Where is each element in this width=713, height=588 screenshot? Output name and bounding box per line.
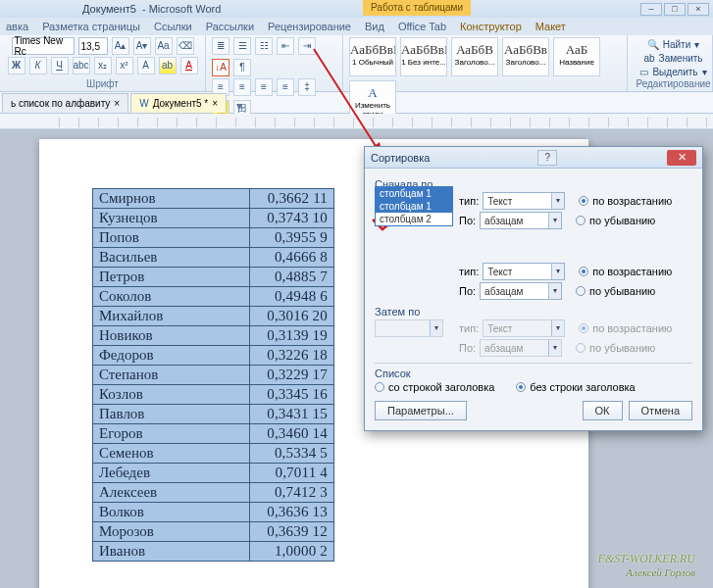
table-cell[interactable]: Смирнов: [93, 189, 250, 209]
strike[interactable]: abc: [73, 57, 90, 74]
grow-font[interactable]: A▴: [112, 37, 129, 55]
show-marks[interactable]: ¶: [233, 59, 251, 76]
font-name-select[interactable]: Times New Rc: [12, 37, 75, 55]
ribbon-tab[interactable]: Office Tab: [398, 21, 446, 32]
table-cell[interactable]: 0,7412 3: [250, 483, 334, 503]
table-cell[interactable]: Лебедев: [93, 464, 250, 483]
style-item[interactable]: АаБбВЗаголово...: [451, 37, 498, 76]
type-select-1[interactable]: Текст▾: [483, 192, 565, 210]
table-cell[interactable]: Семенов: [93, 444, 250, 464]
replace-button[interactable]: abЗаменить: [643, 51, 702, 65]
close-tab-icon[interactable]: ×: [212, 94, 218, 114]
find-button[interactable]: 🔍Найти ▾: [647, 37, 700, 51]
table-cell[interactable]: 0,4885 7: [250, 268, 334, 287]
font-size-select[interactable]: 13,5: [78, 37, 108, 55]
ribbon-tab[interactable]: Рассылки: [206, 21, 254, 32]
with-header-radio[interactable]: [375, 382, 384, 392]
close-tab-icon[interactable]: ×: [114, 94, 120, 114]
min-button[interactable]: –: [640, 3, 662, 16]
ribbon-tab[interactable]: Вид: [365, 21, 384, 32]
ribbon-tab[interactable]: Ссылки: [154, 21, 192, 32]
font-color[interactable]: A: [180, 57, 198, 74]
table-cell[interactable]: 0,3639 12: [250, 522, 334, 542]
dialog-close[interactable]: ✕: [667, 150, 696, 166]
type-select-2[interactable]: Текст▾: [483, 263, 565, 280]
table-cell[interactable]: Волков: [93, 503, 250, 522]
text-effects[interactable]: A: [137, 57, 155, 74]
ribbon-tab[interactable]: Рецензирование: [268, 21, 351, 32]
select-button[interactable]: ▭Выделить ▾: [639, 65, 706, 78]
table-cell[interactable]: Новиков: [93, 326, 250, 346]
table-cell[interactable]: Егоров: [93, 424, 250, 444]
highlight[interactable]: ab: [159, 57, 177, 74]
table-cell[interactable]: Морозов: [93, 522, 250, 542]
no-header-radio[interactable]: [516, 382, 526, 392]
max-button[interactable]: □: [664, 3, 686, 16]
table-cell[interactable]: 0,3226 18: [250, 346, 334, 366]
doc-tab-1[interactable]: ь список по алфавиту×: [2, 93, 128, 113]
table-cell[interactable]: Степанов: [93, 366, 250, 385]
subscript[interactable]: x₂: [94, 57, 112, 74]
multilevel[interactable]: ☷: [255, 37, 273, 55]
table-cell[interactable]: Михайлов: [93, 307, 250, 326]
table-row[interactable]: Лебедев0,7011 4: [93, 464, 334, 483]
table-cell[interactable]: 1,0000 2: [250, 542, 334, 562]
table-row[interactable]: Попов0,3955 9: [93, 228, 334, 248]
ribbon-tab[interactable]: авка: [6, 21, 28, 32]
table-cell[interactable]: 0,3662 11: [250, 189, 334, 209]
table-cell[interactable]: Павлов: [93, 405, 250, 424]
indent-inc[interactable]: ⇥: [298, 37, 316, 55]
table-cell[interactable]: Козлов: [93, 385, 250, 405]
close-button[interactable]: ×: [688, 3, 709, 16]
table-cell[interactable]: 0,3345 16: [250, 385, 334, 405]
table-cell[interactable]: 0,3636 13: [250, 503, 334, 522]
table-cell[interactable]: 0,7011 4: [250, 464, 334, 483]
change-case[interactable]: Aa: [155, 37, 173, 55]
data-table[interactable]: Смирнов0,3662 11Кузнецов0,3743 10Попов0,…: [92, 188, 334, 562]
ribbon-tab[interactable]: Конструктор: [460, 21, 522, 32]
table-row[interactable]: Егоров0,3460 14: [93, 424, 334, 444]
style-item[interactable]: АаБбВвІ1 Обычный: [349, 37, 396, 76]
table-cell[interactable]: Иванов: [93, 542, 250, 562]
desc-radio-1[interactable]: [576, 216, 586, 225]
first-by-dropdown[interactable]: столбцам 1 столбцам 1 столбцам 2: [375, 186, 453, 226]
table-row[interactable]: Павлов0,3431 15: [93, 405, 334, 424]
table-row[interactable]: Петров0,4885 7: [93, 268, 334, 287]
table-cell[interactable]: 0,4948 6: [250, 287, 334, 307]
table-cell[interactable]: 0,3431 15: [250, 405, 334, 424]
align-center[interactable]: ≡: [233, 78, 251, 96]
table-row[interactable]: Степанов0,3229 17: [93, 366, 334, 385]
table-row[interactable]: Иванов1,0000 2: [93, 542, 334, 562]
dropdown-option[interactable]: столбцам 2: [376, 213, 452, 225]
table-cell[interactable]: Соколов: [93, 287, 250, 307]
table-row[interactable]: Семенов0,5334 5: [93, 444, 334, 464]
table-row[interactable]: Волков0,3636 13: [93, 503, 334, 522]
line-spacing[interactable]: ‡: [298, 78, 316, 96]
ribbon-tab[interactable]: Макет: [535, 21, 566, 32]
params-button[interactable]: Параметры...: [375, 401, 467, 420]
style-item[interactable]: АаБбВвЗаголово...: [502, 37, 549, 76]
style-item[interactable]: АаБбВвІ1 Без инте...: [400, 37, 447, 76]
sort-button[interactable]: ↓A: [212, 59, 229, 76]
table-cell[interactable]: 0,3139 19: [250, 326, 334, 346]
table-row[interactable]: Кузнецов0,3743 10: [93, 209, 334, 228]
numbering[interactable]: ☰: [233, 37, 251, 55]
dropdown-option[interactable]: столбцам 1: [376, 200, 452, 213]
help-button[interactable]: ?: [537, 150, 557, 166]
table-cell[interactable]: Алексеев: [93, 483, 250, 503]
shrink-font[interactable]: A▾: [133, 37, 151, 55]
new-tab[interactable]: ▾: [230, 99, 248, 113]
table-row[interactable]: Михайлов0,3016 20: [93, 307, 334, 326]
table-cell[interactable]: 0,3229 17: [250, 366, 334, 385]
cancel-button[interactable]: Отмена: [629, 401, 692, 420]
table-row[interactable]: Васильев0,4666 8: [93, 248, 334, 268]
table-row[interactable]: Алексеев0,7412 3: [93, 483, 334, 503]
underline[interactable]: Ч: [51, 57, 69, 74]
table-cell[interactable]: 0,3460 14: [250, 424, 334, 444]
asc-radio-2[interactable]: [579, 267, 588, 276]
bullets[interactable]: ≣: [212, 37, 229, 55]
table-row[interactable]: Смирнов0,3662 11: [93, 189, 334, 209]
ribbon-tab[interactable]: Разметка страницы: [42, 21, 140, 32]
table-row[interactable]: Козлов0,3345 16: [93, 385, 334, 405]
table-row[interactable]: Морозов0,3639 12: [93, 522, 334, 542]
